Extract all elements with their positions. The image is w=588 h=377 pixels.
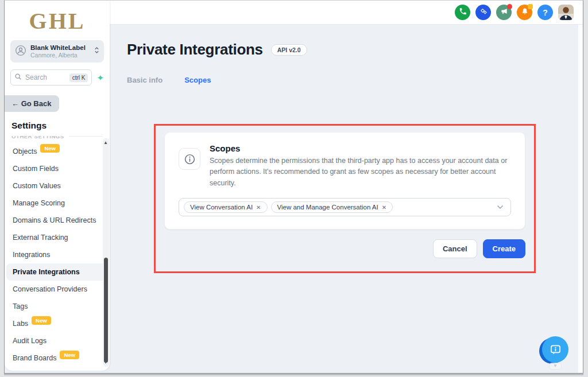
remove-tag-icon[interactable]: ✕ [256,204,261,211]
notifications-button[interactable] [517,5,532,20]
phone-icon [459,7,467,18]
scopes-multiselect[interactable]: View Conversation AI ✕ View and Manage C… [179,198,511,216]
sidebar-item-domains-url-redirects[interactable]: Domains & URL Redirects [5,212,110,229]
chat-widget-launcher[interactable]: ▼ [541,336,570,365]
sidebar-item-private-integrations[interactable]: Private Integrations [6,263,108,281]
account-location: Canmore, Alberta [30,52,90,59]
topbar: ? [110,1,583,25]
help-button[interactable]: ? [537,5,553,20]
phone-button[interactable] [455,5,470,20]
sidebar-item-audit-logs[interactable]: Audit Logs [5,332,110,349]
sidebar-item-objects[interactable]: Objects New [5,143,110,160]
account-avatar-icon [15,45,26,59]
annotation-highlight-box: Scopes Scopes determine the permissions … [154,124,536,273]
scroll-down-icon[interactable]: ▼ [103,360,108,365]
workflows-button[interactable] [475,5,491,20]
ghl-logo: GHL [5,1,110,34]
go-back-button[interactable]: ← Go Back [5,95,59,112]
tab-basic-info[interactable]: Basic info [127,76,163,84]
page-scrollbar-track[interactable] [578,25,583,373]
settings-heading: Settings [11,121,110,131]
scopes-card-title: Scopes [210,143,511,153]
back-arrow-icon: ← [11,99,19,108]
cancel-button[interactable]: Cancel [433,239,477,258]
chat-minimize-icon: ▼ [549,363,562,370]
account-name: Blank WhiteLabel [30,44,90,51]
notification-count-dot [528,4,533,9]
sidebar-item-external-tracking[interactable]: External Tracking [5,229,110,246]
tab-bar: Basic info Scopes [110,59,583,84]
chevron-down-icon [497,205,504,209]
api-version-badge: API v2.0 [271,44,307,56]
sidebar: GHL Blank WhiteLabel Canmore, Alberta ct… [5,1,110,371]
sidebar-scrollbar-thumb[interactable] [104,258,108,363]
account-switcher[interactable]: Blank WhiteLabel Canmore, Alberta [10,40,104,63]
sidebar-item-manage-scoring[interactable]: Manage Scoring [5,195,110,212]
bell-icon [521,7,529,18]
app-window: GHL Blank WhiteLabel Canmore, Alberta ct… [4,0,583,374]
sidebar-item-integrations[interactable]: Integrations [5,246,110,263]
create-button[interactable]: Create [483,239,525,258]
new-badge: New [40,144,60,153]
scopes-card: Scopes Scopes determine the permissions … [164,132,525,230]
settings-nav: Objects New Custom Fields Custom Values … [5,143,110,367]
section-divider [69,136,103,137]
new-badge: New [32,316,51,325]
info-icon [179,148,200,170]
sidebar-item-tags[interactable]: Tags [5,298,110,315]
scope-tag: View and Manage Conversation AI ✕ [271,201,393,213]
sidebar-item-custom-fields[interactable]: Custom Fields [5,160,110,177]
section-label: OTHER SETTINGS [11,136,64,139]
sparkles-icon [479,7,488,18]
announcements-button[interactable] [496,5,512,20]
content-area: Private Integrations API v2.0 Basic info… [110,25,583,373]
tab-scopes[interactable]: Scopes [184,76,211,84]
chat-bubble-icon [542,336,568,363]
search-box[interactable]: ctrl K [10,69,92,85]
user-avatar[interactable] [558,5,574,20]
scopes-card-description: Scopes determine the permissions that th… [210,156,511,189]
search-shortcut-badge: ctrl K [69,73,88,82]
nav-section-header: OTHER SETTINGS [11,136,103,141]
page-title: Private Integrations [127,41,263,59]
scroll-up-icon[interactable]: ▲ [103,140,108,145]
notification-dot [507,4,512,9]
megaphone-icon [500,7,508,18]
search-icon [14,72,22,83]
question-mark-icon: ? [543,8,548,17]
sidebar-item-conversation-providers[interactable]: Conversation Providers [5,281,110,298]
ai-spark-icon[interactable]: ✦ [96,73,104,82]
scope-tag: View Conversation AI ✕ [184,201,268,213]
remove-tag-icon[interactable]: ✕ [382,204,386,211]
main-area: ? Private Integrations API v2.0 Basic in… [110,1,583,373]
new-badge: New [60,351,79,359]
sidebar-item-labs[interactable]: Labs New [5,315,110,332]
sidebar-item-brand-boards[interactable]: Brand Boards New [5,349,110,367]
search-input[interactable] [25,73,66,81]
sidebar-item-custom-values[interactable]: Custom Values [5,177,110,195]
chevron-updown-icon [94,46,99,57]
